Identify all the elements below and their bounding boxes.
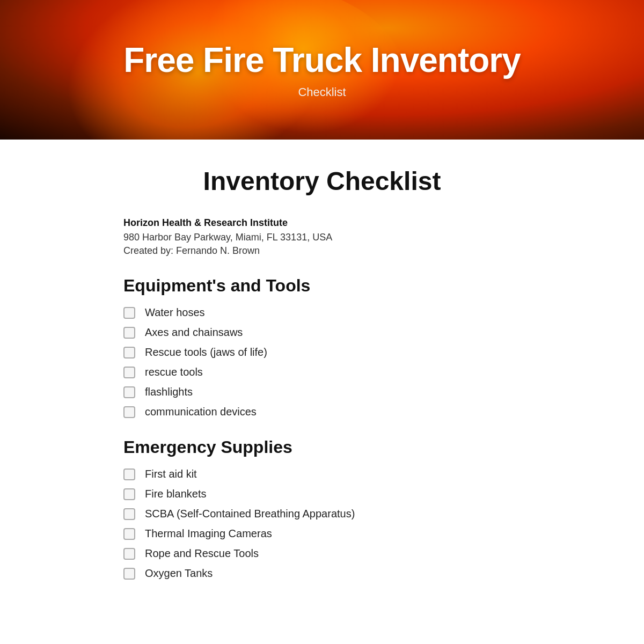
header-banner: Free Fire Truck Inventory Checklist: [0, 0, 644, 140]
page-title: Inventory Checklist: [123, 166, 521, 196]
list-item: Water hoses: [123, 306, 521, 319]
item-label: Rescue tools (jaws of life): [145, 346, 267, 358]
checkbox[interactable]: [123, 347, 135, 358]
checkbox[interactable]: [123, 528, 135, 540]
checkbox[interactable]: [123, 367, 135, 378]
org-address: 980 Harbor Bay Parkway, Miami, FL 33131,…: [123, 232, 521, 243]
org-created-by: Created by: Fernando N. Brown: [123, 245, 521, 257]
checkbox[interactable]: [123, 469, 135, 480]
item-label: Fire blankets: [145, 488, 207, 500]
item-label: rescue tools: [145, 366, 203, 378]
item-label: Axes and chainsaws: [145, 326, 243, 339]
checkbox[interactable]: [123, 406, 135, 418]
item-label: SCBA (Self-Contained Breathing Apparatus…: [145, 508, 355, 520]
section-1-checklist: Water hoses Axes and chainsaws Rescue to…: [123, 306, 521, 418]
header-title: Free Fire Truck Inventory: [123, 40, 521, 80]
list-item: Rope and Rescue Tools: [123, 547, 521, 560]
list-item: Axes and chainsaws: [123, 326, 521, 339]
header-subtitle: Checklist: [298, 85, 346, 99]
list-item: communication devices: [123, 406, 521, 418]
list-item: Rescue tools (jaws of life): [123, 346, 521, 358]
item-label: flashlights: [145, 386, 193, 398]
list-item: rescue tools: [123, 366, 521, 378]
item-label: Rope and Rescue Tools: [145, 547, 259, 560]
list-item: Thermal Imaging Cameras: [123, 528, 521, 540]
checkbox[interactable]: [123, 548, 135, 560]
checkbox[interactable]: [123, 307, 135, 319]
checkbox[interactable]: [123, 327, 135, 339]
org-name: Horizon Health & Research Institute: [123, 217, 521, 229]
checkbox[interactable]: [123, 568, 135, 580]
item-label: Thermal Imaging Cameras: [145, 528, 272, 540]
checkbox[interactable]: [123, 508, 135, 520]
item-label: Water hoses: [145, 306, 205, 319]
main-content: Inventory Checklist Horizon Health & Res…: [80, 140, 564, 631]
section-2-checklist: First aid kit Fire blankets SCBA (Self-C…: [123, 468, 521, 580]
list-item: Oxygen Tanks: [123, 567, 521, 580]
list-item: flashlights: [123, 386, 521, 398]
list-item: SCBA (Self-Contained Breathing Apparatus…: [123, 508, 521, 520]
checkbox[interactable]: [123, 386, 135, 398]
item-label: communication devices: [145, 406, 257, 418]
section-1-heading: Equipment's and Tools: [123, 276, 521, 296]
section-2-heading: Emergency Supplies: [123, 437, 521, 457]
checkbox[interactable]: [123, 488, 135, 500]
item-label: Oxygen Tanks: [145, 567, 213, 580]
item-label: First aid kit: [145, 468, 197, 480]
list-item: Fire blankets: [123, 488, 521, 500]
list-item: First aid kit: [123, 468, 521, 480]
